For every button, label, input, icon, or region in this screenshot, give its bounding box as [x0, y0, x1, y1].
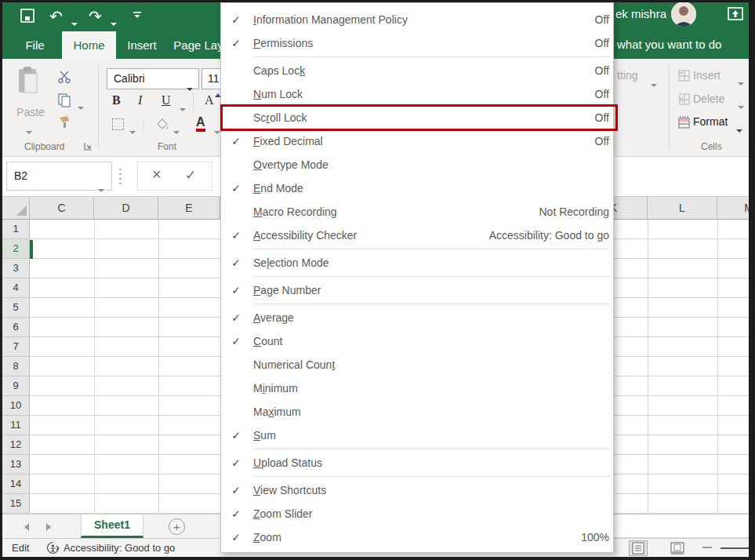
menu-item-caps-lock[interactable]: Caps LockOff [221, 59, 613, 82]
menu-item-scroll-lock[interactable]: Scroll LockOff [221, 106, 613, 129]
customize-quick-access-icon[interactable] [132, 10, 142, 20]
sheet-nav-next-icon[interactable] [46, 523, 51, 531]
insert-button[interactable]: Insert [693, 69, 721, 82]
underline-button[interactable]: U [162, 93, 171, 107]
cut-icon[interactable] [57, 70, 71, 84]
ribbon-display-options-icon[interactable] [728, 7, 743, 20]
copy-dropdown-icon[interactable] [78, 99, 84, 113]
borders-dropdown-icon[interactable] [129, 123, 136, 137]
row-header-15[interactable]: 15 [2, 494, 30, 514]
row-header-12[interactable]: 12 [2, 435, 30, 455]
page-layout-view-button[interactable] [669, 541, 686, 555]
font-color-button[interactable]: A [196, 115, 205, 132]
font-color-dropdown-icon[interactable] [214, 123, 220, 137]
conditional-formatting-button-partial[interactable]: tting [617, 69, 637, 82]
zoom-out-button[interactable] [702, 547, 712, 548]
normal-view-button[interactable] [630, 541, 647, 555]
redo-dropdown-icon[interactable] [111, 15, 117, 29]
insert-dropdown-icon[interactable] [738, 75, 744, 89]
menu-item-sum[interactable]: ✓Sum [221, 424, 613, 447]
user-avatar[interactable] [671, 2, 696, 27]
sheet-nav-previous-icon[interactable] [24, 523, 29, 531]
column-header-e[interactable]: E [158, 197, 220, 219]
row-header-13[interactable]: 13 [2, 455, 30, 475]
menu-item-information-management-policy[interactable]: ✓Information Management PolicyOff [221, 8, 613, 31]
menu-item-count[interactable]: ✓Count [221, 329, 613, 353]
fill-color-dropdown-icon[interactable] [173, 123, 180, 137]
paste-dropdown-icon[interactable] [26, 123, 32, 137]
menu-item-zoom-slider[interactable]: ✓Zoom Slider [221, 502, 613, 525]
menu-item-numerical-count[interactable]: Numerical Count [221, 353, 613, 376]
row-header-9[interactable]: 9 [2, 376, 30, 396]
format-cells-icon[interactable] [678, 116, 691, 129]
row-header-11[interactable]: 11 [2, 416, 30, 435]
copy-icon[interactable] [57, 93, 71, 107]
row-header-6[interactable]: 6 [2, 318, 30, 337]
undo-icon[interactable]: ↶ [49, 7, 63, 26]
paste-button[interactable]: Paste [15, 106, 46, 118]
tell-me-search-text[interactable]: what you want to do [617, 38, 721, 51]
menu-item-maximum[interactable]: Maximum [221, 400, 613, 424]
delete-cells-icon[interactable] [678, 93, 690, 105]
row-header-4[interactable]: 4 [2, 278, 30, 298]
font-name-select[interactable]: Calibri [107, 68, 199, 89]
menu-item-minimum[interactable]: Minimum [221, 376, 613, 400]
menu-item-average[interactable]: ✓Average [221, 306, 613, 329]
delete-button[interactable]: Delete [693, 93, 724, 105]
menu-item-upload-status[interactable]: ✓Upload Status [221, 451, 613, 475]
save-icon[interactable] [20, 8, 35, 24]
check-icon: ✓ [230, 229, 242, 242]
row-header-1[interactable]: 1 [2, 220, 30, 239]
bold-button[interactable]: B [112, 93, 121, 107]
borders-icon[interactable] [112, 118, 124, 130]
menu-item-num-lock[interactable]: Num LockOff [221, 82, 613, 106]
menu-item-permissions[interactable]: ✓PermissionsOff [221, 31, 613, 55]
conditional-formatting-dropdown-icon[interactable] [651, 76, 657, 90]
sheet-tab-sheet1[interactable]: Sheet1 [81, 515, 143, 538]
fill-color-icon[interactable] [156, 118, 169, 131]
row-header-14[interactable]: 14 [2, 475, 30, 494]
grow-font-button[interactable]: A [205, 93, 214, 107]
name-box[interactable]: B2 [6, 162, 112, 191]
user-name[interactable]: ek mishra [615, 7, 666, 20]
row-header-7[interactable]: 7 [2, 337, 30, 357]
menu-item-selection-mode[interactable]: ✓Selection Mode [221, 251, 613, 275]
menu-item-accessibility-checker[interactable]: ✓Accessibility CheckerAccessibility: Goo… [221, 224, 613, 247]
menu-item-page-number[interactable]: ✓Page Number [221, 278, 613, 302]
format-dropdown-icon[interactable] [736, 122, 742, 136]
row-header-10[interactable]: 10 [2, 396, 30, 416]
cancel-icon[interactable]: × [152, 165, 162, 184]
redo-icon[interactable]: ↷ [89, 7, 102, 26]
paste-icon[interactable] [16, 67, 40, 95]
row-header-8[interactable]: 8 [2, 357, 30, 376]
tab-insert[interactable]: Insert [117, 31, 167, 59]
delete-dropdown-icon[interactable] [738, 98, 744, 112]
row-header-2[interactable]: 2 [2, 239, 30, 259]
underline-dropdown-icon[interactable] [180, 100, 186, 115]
tab-file[interactable]: File [9, 31, 61, 59]
select-all-corner[interactable] [2, 197, 30, 220]
italic-button[interactable]: I [138, 93, 142, 107]
format-painter-icon[interactable] [57, 115, 71, 129]
menu-item-macro-recording[interactable]: Macro RecordingNot Recording [221, 200, 613, 224]
grid-cells-left[interactable] [30, 220, 220, 514]
menu-item-label: Zoom [253, 531, 281, 544]
tab-home[interactable]: Home [62, 31, 116, 59]
undo-dropdown-icon[interactable] [71, 15, 78, 29]
format-button[interactable]: Format [693, 115, 728, 128]
menu-item-view-shortcuts[interactable]: ✓View Shortcuts [221, 478, 613, 502]
menu-item-fixed-decimal[interactable]: ✓Fixed DecimalOff [221, 129, 613, 153]
row-header-5[interactable]: 5 [2, 298, 30, 318]
enter-icon[interactable]: ✓ [185, 167, 196, 183]
font-size-select[interactable]: 11 [201, 68, 223, 89]
formula-bar-grip[interactable] [119, 169, 122, 184]
row-header-3[interactable]: 3 [2, 259, 30, 278]
column-header-l[interactable]: L [648, 197, 717, 219]
menu-item-overtype-mode[interactable]: Overtype Mode [221, 153, 613, 176]
column-header-c[interactable]: C [30, 197, 94, 219]
insert-cells-icon[interactable] [678, 70, 690, 82]
add-sheet-button[interactable]: + [169, 518, 185, 535]
clipboard-dialog-launcher-icon[interactable] [84, 142, 93, 151]
menu-item-zoom[interactable]: ✓Zoom100% [221, 525, 613, 549]
menu-item-end-mode[interactable]: ✓End Mode [221, 176, 613, 200]
